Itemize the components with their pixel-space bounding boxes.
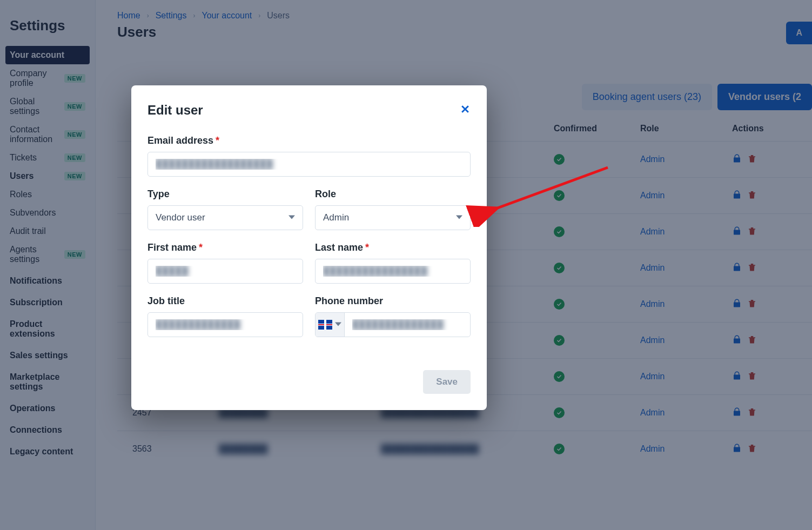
label-role: Role [315, 189, 471, 200]
phone-field[interactable] [345, 313, 470, 337]
label-phone: Phone number [315, 296, 471, 307]
phone-country-select[interactable] [316, 313, 345, 337]
uk-flag-icon [318, 320, 332, 330]
label-job-title: Job title [147, 296, 303, 307]
type-select[interactable]: Vendor user [147, 205, 303, 230]
edit-user-dialog: Edit user Email address* Type Vendor use… [131, 85, 487, 410]
first-name-field[interactable] [147, 259, 303, 284]
label-first-name: First name* [147, 242, 303, 253]
label-type: Type [147, 189, 303, 200]
caret-down-icon [456, 212, 462, 223]
type-select-value: Vendor user [156, 212, 205, 223]
email-field[interactable] [147, 152, 471, 177]
role-select[interactable]: Admin [315, 205, 471, 230]
job-title-field[interactable] [147, 312, 303, 337]
close-icon[interactable] [460, 104, 471, 117]
label-last-name: Last name* [315, 242, 471, 253]
role-select-value: Admin [323, 212, 349, 223]
caret-down-icon [335, 320, 341, 330]
save-button[interactable]: Save [423, 370, 471, 394]
dialog-title: Edit user [147, 103, 203, 118]
caret-down-icon [288, 212, 295, 223]
last-name-field[interactable] [315, 259, 471, 284]
label-email: Email address* [147, 135, 471, 146]
